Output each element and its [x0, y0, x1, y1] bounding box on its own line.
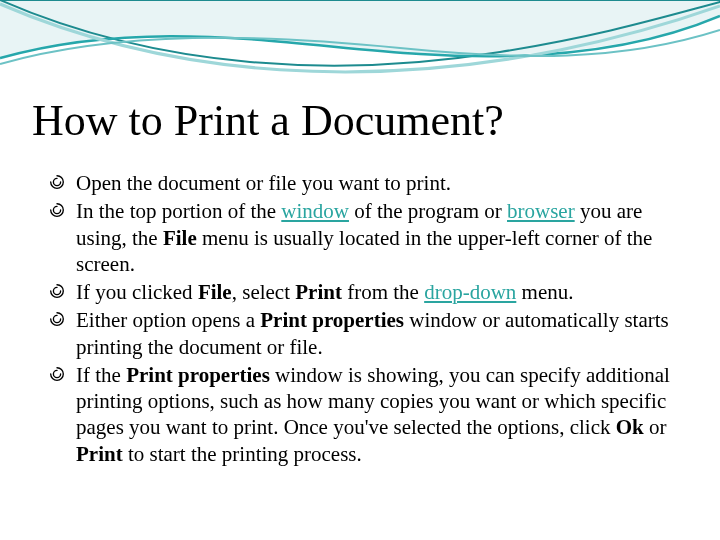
- bullet-item: If the Print properties window is showin…: [48, 362, 680, 467]
- link-dropdown[interactable]: drop-down: [424, 280, 516, 304]
- swirl-bullet-icon: [48, 201, 68, 221]
- slide-title: How to Print a Document?: [32, 95, 690, 146]
- bullet-text: In the top portion of the window of the …: [76, 199, 652, 276]
- bullet-item: If you clicked File, select Print from t…: [48, 279, 680, 305]
- swirl-bullet-icon: [48, 365, 68, 385]
- link-browser[interactable]: browser: [507, 199, 575, 223]
- swirl-bullet-icon: [48, 282, 68, 302]
- swirl-bullet-icon: [48, 173, 68, 193]
- bullet-text: Open the document or file you want to pr…: [76, 171, 451, 195]
- bullet-item: Open the document or file you want to pr…: [48, 170, 680, 196]
- swirl-bullet-icon: [48, 310, 68, 330]
- header-swoosh-decoration: [0, 0, 720, 95]
- bullet-text: If you clicked File, select Print from t…: [76, 280, 573, 304]
- bullet-text: If the Print properties window is showin…: [76, 363, 670, 466]
- slide-body: Open the document or file you want to pr…: [48, 170, 680, 469]
- link-window[interactable]: window: [281, 199, 349, 223]
- bullet-text: Either option opens a Print properties w…: [76, 308, 669, 358]
- bullet-item: In the top portion of the window of the …: [48, 198, 680, 277]
- slide: How to Print a Document? Open the docume…: [0, 0, 720, 540]
- bullet-item: Either option opens a Print properties w…: [48, 307, 680, 360]
